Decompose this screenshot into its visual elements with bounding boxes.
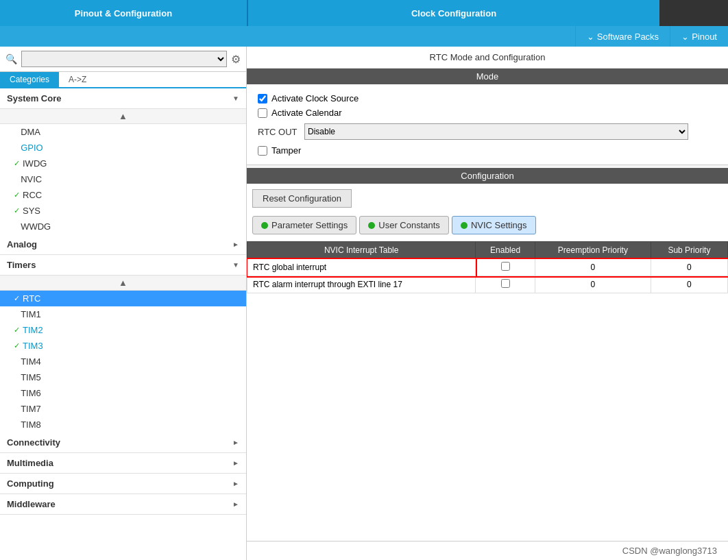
collapse-toggle-system-core[interactable]: ▲	[0, 109, 246, 124]
config-section: Configuration Reset Configuration Parame…	[247, 168, 728, 541]
sidebar-item-rtc[interactable]: ✓ RTC	[0, 291, 246, 306]
search-icon: 🔍	[5, 53, 17, 64]
collapse-arrow-computing: ►	[232, 480, 239, 487]
main-layout: 🔍 ⚙ Categories A->Z System Core ▼ ▲ DMA …	[0, 47, 728, 560]
col-sub-priority: Sub Priority	[651, 242, 727, 259]
collapse-arrow-multimedia: ►	[232, 459, 239, 467]
activate-calendar-row: Activate Calendar	[258, 106, 717, 120]
tab-az[interactable]: A->Z	[59, 72, 96, 87]
category-multimedia[interactable]: Multimedia ►	[0, 453, 246, 474]
config-tab-buttons: Parameter Settings User Constants NVIC S…	[247, 213, 728, 237]
col-interrupt-table: NVIC Interrupt Table	[247, 242, 476, 259]
tab-btn-nvic-settings[interactable]: NVIC Settings	[452, 216, 536, 234]
collapse-arrow-timers: ▼	[232, 261, 239, 269]
enabled-rtc-global[interactable]	[476, 259, 535, 276]
category-analog[interactable]: Analog ►	[0, 234, 246, 255]
sub-header-right: ⌄ Software Packs ⌄ Pinout	[247, 26, 728, 47]
sidebar-item-wwdg[interactable]: WWDG	[0, 219, 246, 234]
sidebar-item-nvic[interactable]: NVIC	[0, 171, 246, 187]
config-body: Reset Configuration Parameter Settings U…	[247, 184, 728, 541]
reset-config-button[interactable]: Reset Configuration	[252, 189, 352, 208]
top-header: Pinout & Configuration Clock Configurati…	[0, 0, 728, 26]
sidebar-item-tim6[interactable]: TIM6	[0, 385, 246, 401]
tab-btn-user-constants[interactable]: User Constants	[359, 216, 449, 234]
search-input[interactable]	[21, 51, 227, 67]
table-row: RTC alarm interrupt through EXTI line 17…	[247, 276, 728, 293]
pinout-config-title: Pinout & Configuration	[0, 0, 247, 26]
tamper-checkbox[interactable]	[258, 146, 267, 156]
sidebar-item-iwdg[interactable]: ✓ IWDG	[0, 156, 246, 171]
sub-header-left	[0, 26, 247, 47]
config-header: Configuration	[247, 168, 728, 184]
footer-bar: CSDN @wanglong3713	[247, 541, 728, 560]
collapse-arrow-connectivity: ►	[232, 439, 239, 446]
sub-priority-rtc-global: 0	[651, 259, 727, 276]
sidebar-item-tim8[interactable]: TIM8	[0, 417, 246, 433]
category-timers[interactable]: Timers ▼	[0, 255, 246, 276]
header-right	[659, 0, 728, 26]
dot-icon	[461, 222, 468, 229]
activate-clock-source-row: Activate Clock Source	[258, 91, 717, 106]
table-row: RTC global interrupt 0 0	[247, 259, 728, 276]
tab-btn-parameter-settings[interactable]: Parameter Settings	[252, 216, 356, 234]
sidebar-item-tim1[interactable]: TIM1	[0, 306, 246, 322]
mode-section: Mode Activate Clock Source Activate Cale…	[247, 69, 728, 165]
sidebar-item-tim3[interactable]: ✓ TIM3	[0, 338, 246, 354]
sidebar-item-sys[interactable]: ✓ SYS	[0, 203, 246, 219]
enabled-rtc-alarm[interactable]	[476, 276, 535, 293]
rtc-out-select[interactable]: Disable Enable	[304, 123, 688, 140]
collapse-arrow-system-core: ▼	[232, 95, 239, 102]
collapse-arrow-analog: ►	[232, 241, 239, 248]
content-title: RTC Mode and Configuration	[247, 47, 728, 69]
mode-header: Mode	[247, 69, 728, 84]
tamper-label: Tamper	[271, 145, 301, 156]
activate-calendar-label: Activate Calendar	[271, 108, 342, 118]
preemption-rtc-global: 0	[535, 259, 651, 276]
collapse-arrow-middleware: ►	[232, 500, 239, 508]
collapse-toggle-timers[interactable]: ▲	[0, 276, 246, 291]
sidebar: 🔍 ⚙ Categories A->Z System Core ▼ ▲ DMA …	[0, 47, 247, 560]
chevron-down-icon: ⌄	[587, 32, 594, 42]
sidebar-item-tim2[interactable]: ✓ TIM2	[0, 322, 246, 338]
activate-clock-source-label: Activate Clock Source	[271, 93, 359, 104]
sidebar-item-tim5[interactable]: TIM5	[0, 369, 246, 385]
sub-priority-rtc-alarm: 0	[651, 276, 727, 293]
sidebar-item-dma[interactable]: DMA	[0, 124, 246, 140]
sidebar-content: System Core ▼ ▲ DMA GPIO ✓ IWDG NVIC	[0, 88, 246, 560]
dot-icon	[368, 222, 375, 229]
dot-icon	[261, 222, 268, 229]
clock-config-title: Clock Configuration	[247, 0, 659, 26]
activate-clock-source-checkbox[interactable]	[258, 94, 267, 104]
enabled-checkbox-rtc-alarm[interactable]	[501, 279, 510, 288]
category-connectivity[interactable]: Connectivity ►	[0, 433, 246, 453]
interrupt-name-rtc-global: RTC global interrupt	[247, 259, 476, 276]
category-system-core[interactable]: System Core ▼	[0, 88, 246, 109]
tab-categories[interactable]: Categories	[0, 72, 59, 87]
gear-icon[interactable]: ⚙	[231, 53, 241, 66]
col-preemption: Preemption Priority	[535, 242, 651, 259]
enabled-checkbox-rtc-global[interactable]	[501, 262, 510, 271]
sidebar-item-tim4[interactable]: TIM4	[0, 354, 246, 369]
nvic-table: NVIC Interrupt Table Enabled Preemption …	[247, 241, 728, 293]
sidebar-item-gpio[interactable]: GPIO	[0, 140, 246, 156]
rtc-out-row: RTC OUT Disable Enable	[258, 120, 717, 143]
category-computing[interactable]: Computing ►	[0, 474, 246, 494]
interrupt-name-rtc-alarm: RTC alarm interrupt through EXTI line 17	[247, 276, 476, 293]
preemption-rtc-alarm: 0	[535, 276, 651, 293]
category-middleware[interactable]: Middleware ►	[0, 494, 246, 515]
col-enabled: Enabled	[476, 242, 535, 259]
pinout-btn[interactable]: ⌄ Pinout	[670, 26, 728, 47]
activate-calendar-checkbox[interactable]	[258, 108, 267, 118]
mode-body: Activate Clock Source Activate Calendar …	[247, 84, 728, 165]
tab-bar: Categories A->Z	[0, 72, 246, 88]
main-content: RTC Mode and Configuration Mode Activate…	[247, 47, 728, 560]
chevron-down-icon: ⌄	[681, 32, 689, 42]
software-packs-btn[interactable]: ⌄ Software Packs	[575, 26, 670, 47]
sub-header: ⌄ Software Packs ⌄ Pinout	[0, 26, 728, 47]
search-bar: 🔍 ⚙	[0, 47, 246, 72]
rtc-out-label: RTC OUT	[258, 127, 299, 137]
sidebar-item-tim7[interactable]: TIM7	[0, 401, 246, 417]
tamper-row: Tamper	[258, 143, 717, 158]
sidebar-item-rcc[interactable]: ✓ RCC	[0, 187, 246, 203]
